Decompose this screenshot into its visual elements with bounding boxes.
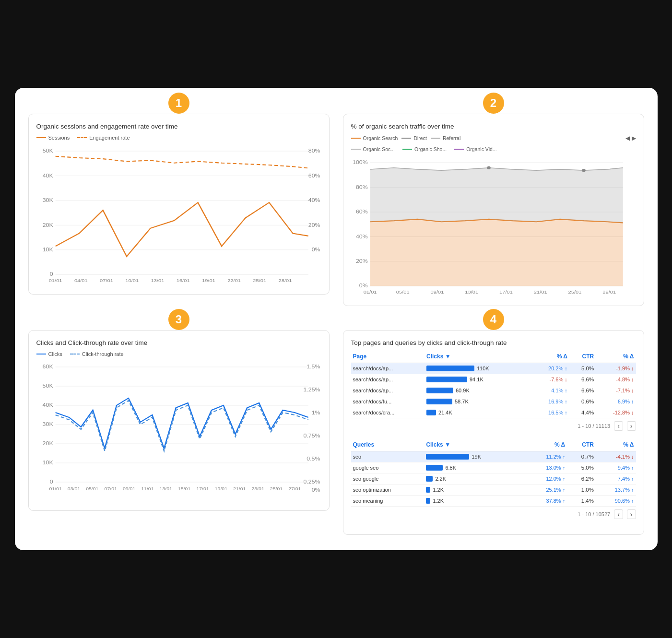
svg-point-42 [582,169,585,172]
svg-text:19/01: 19/01 [201,278,215,283]
q-delta-cell: 37.8% [527,496,567,507]
card1-title: Organic sessions and engagement rate ove… [36,123,321,130]
queries-pagination: 1 - 10 / 10527 ‹ › [351,509,636,519]
pages-prev-btn[interactable]: ‹ [614,421,623,431]
svg-text:29/01: 29/01 [602,290,616,295]
pages-table: Page Clicks ▼ % Δ CTR % Δ search/docs/ap… [351,351,636,418]
ctr-delta-cell: 6.9% [596,396,636,407]
th-q-clicks[interactable]: Clicks ▼ [424,439,527,451]
q-ctr-cell: 5.0% [567,462,596,473]
sessions-line-icon [36,137,46,138]
ctr-delta-cell: -1.9% [596,363,636,374]
card2-title: % of organic search traffic over time [351,123,636,130]
pages-pagination: 1 - 10 / 11113 ‹ › [351,421,636,431]
direct-icon [401,138,411,139]
svg-text:30K: 30K [42,422,53,427]
svg-text:0%: 0% [311,247,320,252]
org-vid-label: Organic Vid... [466,146,496,152]
pages-next-btn[interactable]: › [627,421,636,431]
svg-text:28/01: 28/01 [278,278,292,283]
svg-text:19/01: 19/01 [214,486,227,491]
ctr-cell: 5.0% [569,363,596,374]
card3-legend: Clicks Click-through rate [36,351,321,357]
svg-text:1%: 1% [311,410,320,415]
org-vid-icon [454,149,464,150]
table-row: search/docs/cra... 21.4K 16.5% 4.4% -12.… [351,407,636,418]
ctr-cell: 0.6% [569,396,596,407]
ctr-cell: 6.6% [569,385,596,396]
legend-clicks: Clicks [36,351,62,357]
card3-chart: 60K 50K 40K 30K 20K 10K 0 1.5% 1.25% 1% … [36,360,321,504]
th-clicks[interactable]: Clicks ▼ [424,351,532,363]
svg-text:03/01: 03/01 [67,486,80,491]
svg-text:50K: 50K [42,383,53,389]
th-ctr-delta: % Δ [596,351,636,363]
table-row: google seo 6.8K 13.0% 5.0% 9.4% [351,462,636,473]
organic-search-label: Organic Search [363,135,398,141]
q-ctr-delta-cell: 13.7% [596,484,636,496]
card4-title: Top pages and queries by clicks and clic… [351,339,636,346]
prev-arrow[interactable]: ◀ [625,135,630,142]
svg-text:17/01: 17/01 [196,486,209,491]
ctr-cell: 6.6% [569,374,596,385]
q-ctr-delta-cell: 7.4% [596,473,636,484]
queries-prev-btn[interactable]: ‹ [614,509,623,519]
nav-arrows[interactable]: ◀ ▶ [625,135,636,142]
card1-legend: Sessions Engagement rate [36,135,321,141]
direct-label: Direct [413,135,426,141]
svg-text:0.5%: 0.5% [307,456,320,461]
table-row: search/docs/ap... 60.9K 4.1% 6.6% -7.1% [351,385,636,396]
engagement-label: Engagement rate [89,135,130,141]
svg-text:40%: 40% [308,198,320,203]
th-q-ctr-delta: % Δ [596,439,636,451]
legend-referral: Referral [431,135,460,142]
svg-text:17/01: 17/01 [499,290,513,295]
ctr-delta-cell: -12.8% [596,407,636,418]
svg-text:10K: 10K [42,247,53,252]
clicks-bar-cell: 110K [424,363,532,374]
svg-text:25/01: 25/01 [253,278,266,283]
query-cell: seo google [351,473,424,484]
card1: Organic sessions and engagement rate ove… [28,114,330,295]
query-cell: seo optimization [351,484,424,496]
clicks-label: Clicks [48,351,62,357]
pages-table-section: Page Clicks ▼ % Δ CTR % Δ search/docs/ap… [351,351,636,431]
svg-text:21/01: 21/01 [233,486,246,491]
svg-text:13/01: 13/01 [151,278,164,283]
svg-text:01/01: 01/01 [48,278,62,283]
svg-text:09/01: 09/01 [122,486,135,491]
svg-text:1.5%: 1.5% [307,364,320,369]
svg-text:22/01: 22/01 [227,278,241,283]
q-delta-cell: 11.2% [527,451,567,462]
q-ctr-delta-cell: -4.1% [596,451,636,462]
svg-text:10K: 10K [42,460,53,465]
chart2-svg: 100% 80% 60% 40% 20% 0% [351,155,636,299]
svg-text:15/01: 15/01 [177,486,190,491]
query-cell: seo [351,451,424,462]
next-arrow[interactable]: ▶ [632,135,636,142]
svg-text:20K: 20K [42,441,53,446]
clicks-bar-cell: 60.9K [424,385,532,396]
q-delta-cell: 25.1% [527,484,567,496]
queries-table-header: Queries Clicks ▼ % Δ CTR % Δ [351,439,636,451]
badge-3: 3 [168,309,189,330]
table-row: search/docs/ap... 94.1K -7.6% 6.6% -4.8% [351,374,636,385]
card3-wrapper: 3 Clicks and Click-through rate over tim… [28,319,330,535]
q-ctr-cell: 6.2% [567,473,596,484]
svg-text:11/01: 11/01 [141,486,153,491]
pages-tbody: search/docs/ap... 110K 20.2% 5.0% -1.9% … [351,363,636,418]
page-cell: search/docs/ap... [351,374,425,385]
table-row: seo 19K 11.2% 0.7% -4.1% [351,451,636,462]
ctr-label: Click-through rate [82,351,124,357]
clicks-bar-cell: 21.4K [424,407,532,418]
clicks-line-icon [36,354,46,354]
legend-org-soc: Organic Soc... [351,146,395,152]
queries-next-btn[interactable]: › [627,509,636,519]
svg-text:25/01: 25/01 [270,486,282,491]
clicks-bar-cell: 94.1K [424,374,532,385]
org-sho-label: Organic Sho... [414,146,447,152]
svg-marker-39 [370,219,623,286]
card2: % of organic search traffic over time Or… [343,114,644,306]
svg-text:25/01: 25/01 [568,290,581,295]
th-query: Queries [351,439,424,451]
